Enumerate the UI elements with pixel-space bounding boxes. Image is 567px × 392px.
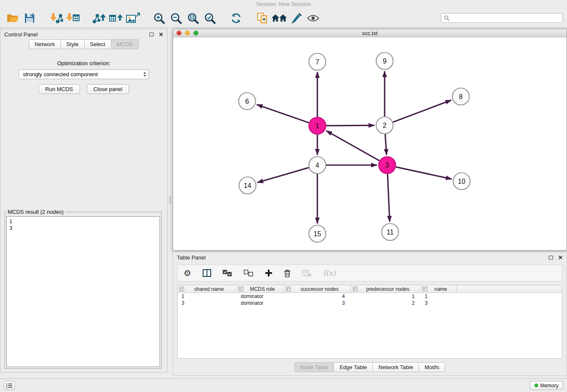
apply-layout-button[interactable] — [228, 10, 245, 27]
list-icon — [6, 383, 13, 388]
import-network-button[interactable] — [47, 10, 64, 27]
run-mcds-button[interactable]: Run MCDS — [39, 84, 80, 94]
tab-motifs[interactable]: Motifs — [418, 362, 445, 372]
table-body: 1dominator4113dominator323 — [178, 293, 562, 306]
export-network-button[interactable] — [91, 10, 107, 27]
export-image-button[interactable] — [124, 10, 141, 27]
visibility-button[interactable] — [305, 10, 322, 27]
column-options-icon[interactable] — [423, 287, 427, 291]
zoom-selected-icon — [204, 12, 216, 24]
zoom-out-button[interactable] — [168, 10, 184, 27]
zoom-in-button[interactable] — [151, 10, 168, 27]
network-window-titlebar[interactable]: scc.txt ✕ − + — [173, 29, 567, 37]
column-options-icon[interactable] — [179, 287, 184, 291]
close-panel-button[interactable]: Close panel — [87, 84, 129, 94]
hide-panels-button[interactable] — [4, 381, 15, 390]
open-session-button[interactable] — [4, 10, 21, 27]
function-builder-button[interactable]: f(x) — [323, 267, 336, 279]
edge-3-10[interactable] — [396, 167, 452, 179]
control-panel-tabs: NetworkStyleSelectMCDS — [0, 39, 167, 49]
export-table-button[interactable] — [107, 10, 124, 27]
select-all-button[interactable] — [223, 267, 232, 279]
node-10[interactable]: 10 — [453, 173, 470, 190]
table-settings-button[interactable]: ⚙ — [184, 267, 191, 279]
memory-button[interactable]: Memory — [530, 381, 563, 390]
node-15[interactable]: 15 — [309, 225, 326, 242]
node-table[interactable]: shared nameMCDS rolesuccessor nodesprede… — [177, 285, 562, 359]
node-4[interactable]: 4 — [309, 157, 326, 174]
save-session-button[interactable] — [21, 10, 38, 27]
deselect-all-icon — [244, 270, 253, 277]
table-cell: 1 — [178, 293, 237, 300]
style-tool-icon — [290, 13, 302, 24]
export-table-icon — [109, 12, 123, 24]
tab-style[interactable]: Style — [61, 39, 85, 49]
delete-table-button[interactable] — [302, 267, 312, 279]
column-header-predecessor-nodes[interactable]: predecessor nodes — [351, 285, 421, 293]
node-8[interactable]: 8 — [452, 88, 469, 105]
node-7[interactable]: 7 — [309, 53, 326, 70]
mcds-result-value: 3 — [9, 225, 157, 232]
node-2[interactable]: 2 — [376, 117, 393, 134]
mcds-result-list[interactable]: 13 — [6, 216, 160, 367]
float-table-panel-icon[interactable] — [549, 256, 553, 259]
tab-network-table[interactable]: Network Table — [372, 362, 419, 372]
edge-4-14[interactable] — [257, 168, 309, 182]
clone-network-button[interactable] — [254, 10, 271, 27]
column-header-name[interactable]: name — [421, 285, 457, 293]
tab-mcds[interactable]: MCDS — [111, 39, 139, 49]
search-field[interactable] — [441, 13, 563, 23]
table-row[interactable]: 3dominator323 — [178, 300, 562, 306]
criterion-dropdown[interactable]: strongly connected component — [19, 69, 149, 79]
network-graph[interactable]: 7968124314101511 — [173, 37, 567, 250]
node-14[interactable]: 14 — [239, 177, 256, 194]
delete-row-button[interactable] — [284, 267, 291, 279]
node-9[interactable]: 9 — [376, 52, 393, 69]
column-header-successor-nodes[interactable]: successor nodes — [284, 285, 351, 293]
clone-network-icon — [256, 12, 268, 24]
close-table-panel-icon[interactable]: ✕ — [558, 255, 563, 260]
tab-edge-table[interactable]: Edge Table — [333, 362, 373, 372]
table-cell: 1 — [351, 293, 421, 300]
edge-2-8[interactable] — [393, 100, 451, 122]
visibility-icon — [307, 14, 319, 22]
edge-3-1[interactable] — [326, 131, 380, 161]
edge-3-11[interactable] — [388, 174, 390, 222]
control-panel-title: Control Panel — [4, 31, 38, 38]
import-table-button[interactable] — [64, 10, 81, 27]
split-columns-button[interactable] — [203, 267, 211, 279]
add-row-button[interactable] — [265, 267, 272, 279]
tab-network[interactable]: Network — [29, 39, 61, 49]
export-network-icon — [92, 12, 106, 24]
close-panel-icon[interactable]: ✕ — [159, 32, 163, 37]
zoom-fit-button[interactable] — [184, 10, 201, 27]
tab-select[interactable]: Select — [84, 39, 111, 49]
table-panel: Table Panel ✕ ⚙ — [173, 252, 567, 376]
column-options-icon[interactable] — [353, 287, 358, 291]
panel-splitter-grip[interactable] — [169, 196, 171, 204]
deselect-all-button[interactable] — [244, 267, 253, 279]
column-header-label: shared name — [185, 286, 237, 292]
table-row[interactable]: 1dominator411 — [178, 293, 562, 300]
search-input[interactable] — [451, 15, 560, 21]
float-panel-icon[interactable] — [149, 33, 154, 36]
edge-1-6[interactable] — [257, 105, 309, 123]
node-11[interactable]: 11 — [382, 224, 399, 240]
edge-1-2[interactable] — [326, 125, 374, 126]
zoom-selected-button[interactable] — [201, 10, 218, 27]
node-6[interactable]: 6 — [239, 93, 256, 110]
edge-2-3[interactable] — [385, 134, 386, 155]
node-3[interactable]: 3 — [379, 157, 396, 174]
style-tool-button[interactable] — [288, 10, 305, 27]
column-header-MCDS-role[interactable]: MCDS role — [237, 285, 284, 293]
column-options-icon[interactable] — [286, 287, 291, 291]
home-views-button[interactable] — [271, 10, 288, 27]
node-1[interactable]: 1 — [309, 117, 326, 134]
node-label: 8 — [459, 93, 463, 100]
tab-node-table[interactable]: Node Table — [295, 362, 334, 372]
control-panel: Control Panel ✕ NetworkStyleSelectMCDS O… — [0, 29, 168, 373]
column-header-shared-name[interactable]: shared name — [178, 285, 237, 293]
column-options-icon[interactable] — [239, 287, 243, 291]
network-canvas[interactable]: 7968124314101511 — [173, 37, 567, 250]
mcds-result-value: 1 — [9, 218, 157, 225]
